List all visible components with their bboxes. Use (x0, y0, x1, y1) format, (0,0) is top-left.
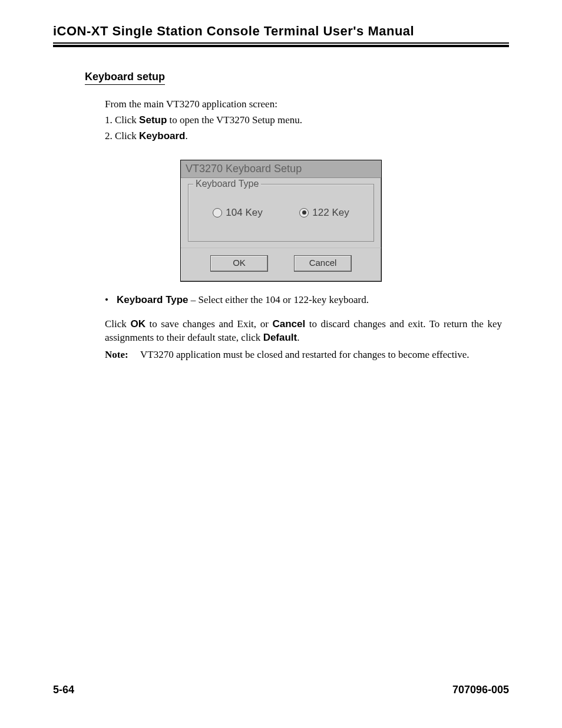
header-rule-thin (53, 42, 509, 44)
radio-dot-icon (302, 210, 306, 215)
para-seg-g: . (297, 332, 299, 343)
para-bold-cancel: Cancel (272, 318, 305, 330)
dialog-button-row: OK Cancel (181, 248, 381, 281)
header-rule-thick (53, 45, 509, 47)
intro-text: From the main VT3270 application screen: (105, 98, 502, 111)
cancel-button[interactable]: Cancel (294, 255, 352, 272)
note-text: VT3270 application must be closed and re… (140, 348, 470, 362)
step-2-suffix: . (186, 130, 188, 141)
bullet-rest: – Select either the 104 or 122-key keybo… (189, 294, 369, 305)
page-number: 5-64 (53, 684, 74, 696)
para-bold-ok: OK (130, 318, 146, 330)
keyboard-type-group: Keyboard Type 104 Key 122 Key (188, 184, 374, 242)
step-2-bold: Keyboard (139, 130, 185, 141)
step-1-suffix: to open the VT3270 Setup menu. (167, 114, 302, 126)
bullet-keyboard-type: • Keyboard Type – Select either the 104 … (105, 294, 502, 307)
radio-104-label: 104 Key (226, 207, 262, 219)
bullet-bold: Keyboard Type (117, 294, 189, 305)
document-number: 707096-005 (452, 684, 509, 696)
para-bold-default: Default (263, 332, 297, 343)
para-seg-c: to save changes and Exit, or (146, 318, 273, 330)
note-label: Note: (105, 348, 140, 362)
radio-unchecked-icon (213, 208, 222, 218)
step-1: 1. Click Setup to open the VT3270 Setup … (105, 114, 502, 127)
page-footer: 5-64 707096-005 (53, 684, 509, 696)
radio-checked-icon (299, 208, 309, 218)
note-row: Note: VT3270 application must be closed … (105, 348, 502, 362)
running-header: iCON-XT Single Station Console Terminal … (53, 24, 509, 39)
step-1-bold: Setup (139, 114, 167, 126)
radio-104-key[interactable]: 104 Key (213, 207, 262, 219)
radio-122-label: 122 Key (312, 207, 349, 219)
step-2: 2. Click Keyboard. (105, 130, 502, 143)
group-legend: Keyboard Type (193, 179, 261, 189)
step-1-prefix: 1. Click (105, 114, 139, 126)
radio-122-key[interactable]: 122 Key (299, 207, 349, 219)
bullet-dot-icon: • (105, 294, 117, 307)
section-heading: Keyboard setup (85, 71, 165, 85)
ok-button[interactable]: OK (210, 255, 268, 272)
step-2-prefix: 2. Click (105, 130, 139, 141)
paragraph-ok-cancel: Click OK to save changes and Exit, or Ca… (105, 318, 502, 345)
para-seg-a: Click (105, 318, 130, 330)
dialog-title: VT3270 Keyboard Setup (181, 160, 381, 178)
keyboard-setup-dialog: VT3270 Keyboard Setup Keyboard Type 104 … (180, 160, 382, 282)
